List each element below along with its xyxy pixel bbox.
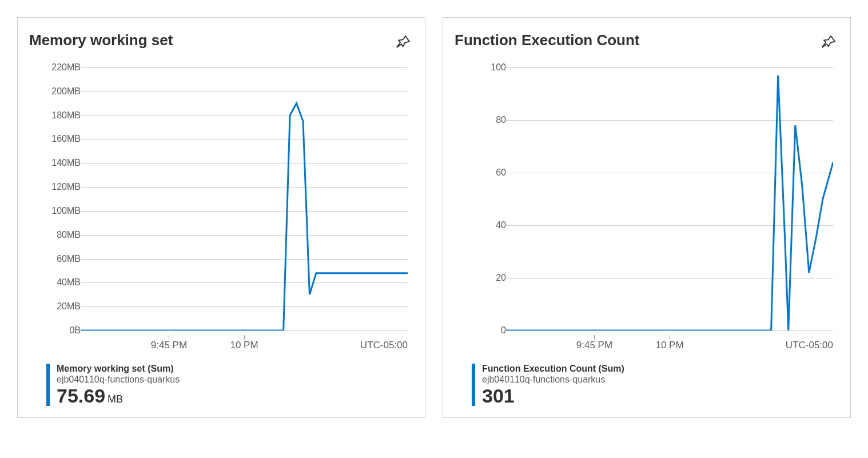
legend-color-bar — [46, 364, 50, 406]
y-tick-label: 40 — [455, 220, 506, 230]
pin-button[interactable] — [818, 31, 839, 54]
chart-title: Memory working set — [29, 31, 173, 49]
chart-series-line — [506, 75, 833, 330]
x-axis: 9:45 PM 10 PM UTC-05:00 — [81, 336, 408, 353]
y-tick-label: 20 — [455, 273, 506, 283]
y-axis: 020406080100 — [455, 67, 506, 330]
legend-text: Memory working set (Sum) ejb040110q-func… — [57, 364, 180, 405]
legend-series-name: Memory working set (Sum) — [57, 364, 180, 374]
y-tick-label: 0B — [29, 325, 81, 336]
y-tick-label: 40MB — [29, 277, 81, 288]
chart-plot-area: 020406080100 9:45 PM 10 PM UTC-05:00 — [483, 67, 833, 353]
y-tick-label: 220MB — [29, 62, 81, 73]
y-tick-label: 80MB — [29, 230, 81, 240]
y-axis: 0B20MB40MB60MB80MB100MB120MB140MB160MB18… — [29, 67, 81, 330]
chart-plot-area: 0B20MB40MB60MB80MB100MB120MB140MB160MB18… — [58, 67, 408, 353]
y-tick-label: 20MB — [29, 301, 81, 312]
x-axis: 9:45 PM 10 PM UTC-05:00 — [506, 336, 833, 353]
y-tick-label: 100MB — [29, 206, 81, 216]
pin-icon — [395, 43, 411, 51]
y-tick-label: 80 — [455, 115, 506, 125]
chart-legend: Memory working set (Sum) ejb040110q-func… — [29, 364, 413, 406]
y-tick-label: 60MB — [29, 254, 81, 264]
chart-title: Function Execution Count — [455, 31, 640, 49]
legend-summary-value: 301 — [482, 386, 624, 405]
legend-text: Function Execution Count (Sum) ejb040110… — [482, 364, 624, 405]
function-execution-count-card: Function Execution Count 020406080100 9:… — [443, 17, 851, 418]
legend-series-name: Function Execution Count (Sum) — [482, 364, 624, 374]
pin-icon — [821, 43, 837, 51]
legend-resource-name: ejb040110q-functions-quarkus — [57, 375, 180, 385]
memory-working-set-card: Memory working set 0B20MB40MB60MB80MB100… — [17, 17, 425, 418]
chart-header: Function Execution Count — [455, 31, 839, 54]
chart-legend: Function Execution Count (Sum) ejb040110… — [455, 364, 839, 406]
y-tick-label: 120MB — [29, 182, 81, 192]
legend-summary-value: 75.69MB — [57, 386, 180, 405]
x-tick-label: 10 PM — [230, 340, 258, 351]
y-tick-label: 140MB — [29, 158, 81, 168]
y-tick-label: 180MB — [29, 110, 81, 121]
legend-color-bar — [472, 364, 475, 406]
y-tick-label: 0 — [455, 325, 506, 336]
y-tick-label: 60 — [455, 168, 506, 178]
x-tick-mark — [244, 335, 245, 340]
chart-line-container — [81, 67, 408, 330]
chart-line-container — [506, 67, 833, 330]
legend-resource-name: ejb040110q-functions-quarkus — [482, 375, 624, 385]
chart-header: Memory working set — [29, 31, 413, 54]
x-tick-label: 10 PM — [655, 340, 683, 351]
pin-button[interactable] — [393, 31, 413, 54]
y-tick-label: 100 — [455, 62, 506, 73]
y-tick-label: 200MB — [29, 86, 81, 97]
timezone-label: UTC-05:00 — [786, 340, 833, 351]
x-tick-mark — [670, 335, 670, 340]
x-tick-mark — [169, 335, 169, 340]
chart-series-line — [81, 103, 408, 330]
x-tick-mark — [594, 335, 595, 340]
y-tick-label: 160MB — [29, 134, 81, 144]
x-tick-label: 9:45 PM — [151, 340, 187, 351]
x-tick-label: 9:45 PM — [576, 340, 612, 351]
grid-line — [81, 330, 408, 331]
timezone-label: UTC-05:00 — [360, 340, 408, 351]
grid-line — [506, 330, 833, 331]
